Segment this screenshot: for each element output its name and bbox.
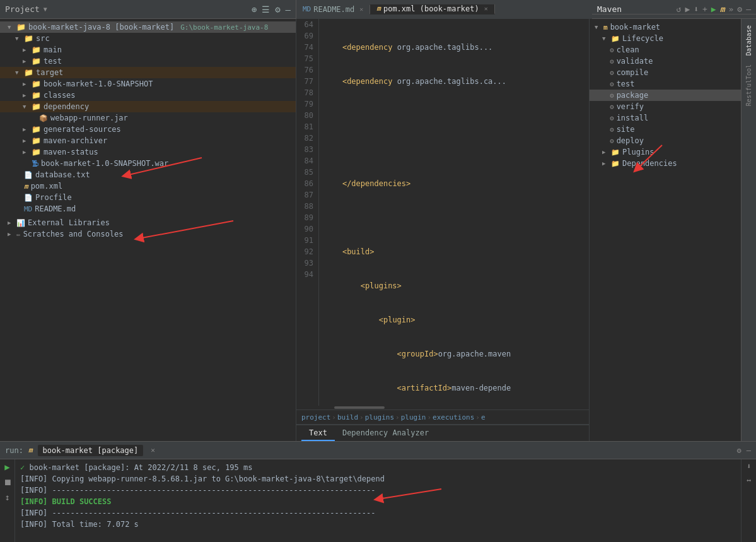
- tree-readme[interactable]: MD README.md: [0, 203, 296, 215]
- run-play-icon[interactable]: ▶: [4, 462, 9, 472]
- tree-generated-arrow: ▶: [23, 126, 29, 133]
- maven-run-icon[interactable]: ▶: [711, 4, 716, 14]
- maven-clean[interactable]: ⚙ clean: [590, 44, 741, 56]
- tree-database-txt[interactable]: 📄 database.txt: [0, 169, 296, 180]
- bottom-icon-2[interactable]: ⏹: [3, 477, 12, 487]
- tree-root[interactable]: ▼ 📁 book-market-java-8 [book-market] G:\…: [0, 21, 296, 33]
- tab-pom-label: pom.xml (book-market): [383, 4, 479, 13]
- tree-procfile-label: Procfile: [35, 193, 72, 202]
- tree-maven-status[interactable]: ▶ 📁 maven-status: [0, 146, 296, 158]
- maven-execute-icon[interactable]: ▶: [685, 4, 690, 14]
- maven-refresh-icon[interactable]: ↺: [677, 4, 682, 14]
- bottom-minimize-icon[interactable]: —: [747, 446, 751, 455]
- dependency-folder-icon: 📁: [32, 102, 41, 111]
- tree-generated[interactable]: ▶ 📁 generated-sources: [0, 124, 296, 135]
- code-line-78: <build>: [324, 246, 589, 257]
- maven-test[interactable]: ⚙ test: [590, 78, 741, 90]
- tree-main[interactable]: ▶ 📁 main: [0, 44, 296, 56]
- project-dropdown-label[interactable]: Project: [5, 4, 40, 14]
- tab-pom-close[interactable]: ✕: [484, 5, 488, 12]
- maven-site-label: site: [617, 125, 635, 134]
- tree-src-label: src: [36, 34, 50, 43]
- tree-classes[interactable]: ▶ 📁 classes: [0, 90, 296, 101]
- maven-plugins[interactable]: ▶ 📁 Plugins: [590, 146, 741, 158]
- tab-readme-close[interactable]: ✕: [359, 6, 363, 13]
- breadcrumb-plugins[interactable]: plugins: [365, 413, 394, 421]
- breadcrumb-build[interactable]: build: [337, 413, 358, 421]
- code-content[interactable]: 64 69 74 75 76 77 78 79 80 81 82 83 84 8…: [296, 19, 589, 406]
- src-folder-icon: 📁: [24, 34, 33, 43]
- maven-compile[interactable]: ⚙ compile: [590, 67, 741, 78]
- editor-bottom-tabs: Text Dependency Analyzer: [296, 425, 589, 441]
- maven-minimize-icon[interactable]: —: [746, 4, 751, 14]
- tree-main-arrow: ▶: [23, 47, 29, 53]
- scroll-thumb[interactable]: [334, 406, 385, 409]
- tab-text[interactable]: Text: [301, 426, 335, 441]
- maven-package-gear: ⚙: [610, 91, 614, 100]
- project-dropdown-arrow[interactable]: ▼: [44, 6, 47, 13]
- scroll-to-end-icon[interactable]: ⬇: [747, 462, 751, 471]
- tree-scratches[interactable]: ▶ ✏ Scratches and Consoles: [0, 228, 296, 240]
- bottom-icon-3[interactable]: ↕: [4, 492, 9, 502]
- tree-target[interactable]: ▼ 📁 target: [0, 67, 296, 78]
- breadcrumb-plugin[interactable]: plugin: [401, 413, 426, 421]
- locator-icon[interactable]: ⊕: [252, 4, 257, 15]
- tree-snapshot-arrow: ▶: [23, 81, 29, 87]
- breadcrumb-e[interactable]: e: [481, 413, 486, 421]
- tree-war-file[interactable]: 🗜 book-market-1.0-SNAPSHOT.war: [0, 158, 296, 169]
- tree-external-libs[interactable]: ▶ 📊 External Libraries: [0, 217, 296, 228]
- tab-readme[interactable]: MD README.md ✕: [296, 5, 370, 14]
- maven-site[interactable]: ⚙ site: [590, 124, 741, 135]
- pom-icon: m: [24, 182, 28, 191]
- maven-more-icon[interactable]: »: [729, 4, 734, 14]
- tree-snapshot[interactable]: ▶ 📁 book-market-1.0-SNAPSHOT: [0, 78, 296, 90]
- tree-archiver-label: maven-archiver: [44, 136, 107, 145]
- maven-download-icon[interactable]: ⬇: [694, 4, 699, 14]
- maven-validate[interactable]: ⚙ validate: [590, 56, 741, 67]
- tree-war-label: book-market-1.0-SNAPSHOT.war: [41, 159, 168, 168]
- tab-pom-icon: m: [376, 4, 381, 13]
- breadcrumb-executions[interactable]: executions: [433, 413, 474, 421]
- maven-m-run-icon[interactable]: m: [720, 4, 725, 14]
- code-line-75: [324, 144, 589, 155]
- maven-deps-arrow: ▶: [602, 160, 608, 167]
- run-tab-close[interactable]: ✕: [151, 446, 155, 454]
- tree-webapp-runner[interactable]: 📦 webapp-runner.jar: [0, 112, 296, 124]
- maven-verify[interactable]: ⚙ verify: [590, 101, 741, 112]
- breadcrumb: project › build › plugins › plugin › exe…: [296, 409, 589, 425]
- tree-maven-archiver[interactable]: ▶ 📁 maven-archiver: [0, 135, 296, 146]
- maven-install[interactable]: ⚙ install: [590, 112, 741, 124]
- tree-test[interactable]: ▶ 📁 test: [0, 56, 296, 67]
- tree-pom-xml[interactable]: m pom.xml: [0, 180, 296, 192]
- layout-icon[interactable]: ☰: [262, 4, 270, 15]
- maven-gear-icon[interactable]: ⚙: [737, 4, 742, 14]
- maven-verify-label: verify: [617, 102, 644, 111]
- run-tab-label[interactable]: book-market [package]: [38, 445, 144, 456]
- tab-pom[interactable]: m pom.xml (book-market) ✕: [370, 4, 494, 15]
- soft-wrap-icon[interactable]: ↔: [747, 476, 751, 485]
- code-lines[interactable]: <dependency org.apache.taglibs... <depen…: [319, 19, 589, 406]
- output-line-4: [INFO] ---------------------------------…: [20, 507, 736, 519]
- tab-dependency-analyzer[interactable]: Dependency Analyzer: [335, 426, 436, 441]
- maven-book-market[interactable]: ▼ m book-market: [590, 21, 741, 33]
- tree-dependency[interactable]: ▼ 📁 dependency: [0, 101, 296, 112]
- tree-procfile[interactable]: 📄 Procfile: [0, 192, 296, 203]
- maven-deploy[interactable]: ⚙ deploy: [590, 135, 741, 146]
- breadcrumb-project[interactable]: project: [301, 413, 330, 421]
- minimize-icon[interactable]: —: [286, 4, 291, 15]
- tree-ext-arrow: ▶: [8, 220, 14, 226]
- run-label: run:: [5, 446, 23, 455]
- maven-package[interactable]: ⚙ package: [590, 90, 741, 101]
- bottom-gear-icon[interactable]: ⚙: [737, 446, 741, 455]
- output-line-2: [INFO] ---------------------------------…: [20, 485, 736, 496]
- target-folder-icon: 📁: [24, 68, 33, 77]
- sidebar-database-label[interactable]: Database: [744, 21, 753, 59]
- gear-settings-icon[interactable]: ⚙: [275, 4, 280, 15]
- scratches-icon: ✏: [16, 230, 21, 239]
- tree-src[interactable]: ▼ 📁 src: [0, 33, 296, 44]
- tree-snapshot-label: book-market-1.0-SNAPSHOT: [44, 80, 153, 88]
- maven-lifecycle[interactable]: ▼ 📁 Lifecycle: [590, 33, 741, 44]
- sidebar-restfultool-label[interactable]: RestfulTool: [744, 61, 753, 110]
- maven-add-icon[interactable]: +: [702, 4, 707, 14]
- maven-dependencies[interactable]: ▶ 📁 Dependencies: [590, 158, 741, 169]
